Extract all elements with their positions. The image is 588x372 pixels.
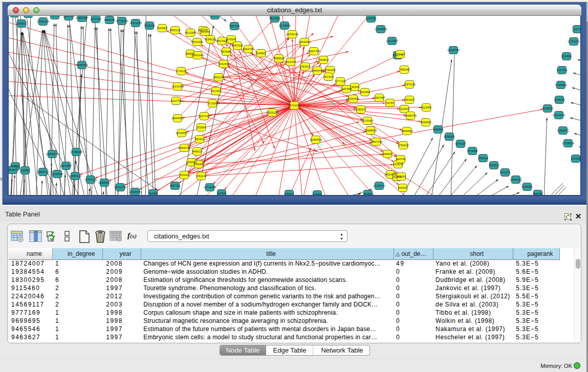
svg-text:8322037: 8322037 [286,60,296,63]
svg-text:8454749: 8454749 [243,48,254,51]
svg-text:9245652: 9245652 [522,185,533,188]
svg-text:13218506: 13218506 [278,24,291,27]
svg-text:20364436: 20364436 [347,97,359,100]
svg-text:917006: 917006 [217,192,226,195]
svg-text:7386372: 7386372 [356,108,366,111]
svg-text:16961758: 16961758 [308,50,320,53]
svg-text:12923446: 12923446 [129,190,141,193]
svg-text:17018504: 17018504 [562,142,574,145]
svg-text:7632621: 7632621 [489,164,499,167]
svg-text:7955812: 7955812 [318,58,329,61]
svg-text:16210643: 16210643 [553,114,565,117]
svg-text:7485063: 7485063 [399,68,410,71]
svg-text:773493: 773493 [396,53,405,56]
svg-text:10654112: 10654112 [510,178,522,181]
svg-text:8186328: 8186328 [205,38,216,41]
svg-text:8215958: 8215958 [542,107,553,110]
svg-text:10719185: 10719185 [116,19,128,23]
svg-text:9463627: 9463627 [404,98,415,101]
svg-text:2967608: 2967608 [232,44,243,47]
svg-text:7625402: 7625402 [179,173,190,177]
svg-text:3875685: 3875685 [221,50,232,53]
svg-text:1588520: 1588520 [274,57,285,60]
svg-text:10958107: 10958107 [98,181,111,184]
svg-text:9227342: 9227342 [557,69,568,72]
svg-text:19654923: 19654923 [401,129,413,133]
svg-text:9527505: 9527505 [217,39,228,42]
svg-text:1145194: 1145194 [52,172,63,176]
svg-text:13640910: 13640910 [298,40,311,43]
svg-text:887833: 887833 [195,138,204,141]
svg-text:18300295: 18300295 [266,111,278,114]
svg-text:905254: 905254 [397,175,406,178]
svg-text:1405571: 1405571 [16,22,27,25]
svg-text:12942737: 12942737 [37,170,49,173]
svg-text:806755: 806755 [533,192,542,195]
svg-text:315081: 315081 [11,165,20,168]
svg-text:15716485: 15716485 [204,186,216,189]
svg-text:2718126: 2718126 [176,70,187,73]
svg-text:2935114: 2935114 [478,157,489,160]
svg-text:153594: 153594 [197,126,206,129]
svg-text:27691406: 27691406 [37,20,49,23]
svg-text:10853267: 10853267 [76,16,88,19]
svg-text:2087682: 2087682 [366,17,377,20]
svg-text:9699695: 9699695 [421,121,431,124]
svg-text:18724007: 18724007 [288,104,300,107]
svg-text:9498222: 9498222 [192,150,203,153]
svg-text:9329961: 9329961 [561,55,572,58]
svg-text:12213389: 12213389 [171,85,184,88]
svg-text:12213967: 12213967 [386,39,398,42]
svg-text:1362615: 1362615 [300,65,311,68]
svg-text:19166827: 19166827 [176,132,188,135]
svg-text:2803144: 2803144 [213,76,224,79]
svg-text:1440954: 1440954 [433,128,444,131]
svg-text:8990448: 8990448 [312,69,323,72]
svg-text:391547: 391547 [9,168,17,171]
svg-text:12505135: 12505135 [69,174,81,178]
svg-text:9242848: 9242848 [219,62,229,65]
svg-text:6794028: 6794028 [325,69,336,72]
svg-text:6461469: 6461469 [50,16,60,17]
svg-text:12975115: 12975115 [403,83,416,86]
svg-text:7857224: 7857224 [229,25,240,28]
svg-text:746206: 746206 [350,85,359,89]
svg-text:1083783: 1083783 [63,16,74,18]
svg-text:12093822: 12093822 [555,83,567,86]
svg-text:16762759: 16762759 [114,186,126,189]
svg-text:10325419: 10325419 [286,33,298,36]
svg-text:7663822: 7663822 [157,27,168,30]
svg-text:816058: 816058 [201,30,210,33]
svg-text:962450: 962450 [148,192,158,195]
svg-text:9474444: 9474444 [467,149,478,152]
svg-text:11174: 11174 [574,28,580,31]
svg-text:3427552: 3427552 [211,90,222,93]
svg-text:9777169: 9777169 [335,80,346,83]
svg-text:22420046: 22420046 [191,54,204,57]
svg-text:879648: 879648 [313,193,322,195]
svg-text:10975867: 10975867 [60,164,72,167]
svg-text:3824554: 3824554 [360,91,371,94]
svg-text:15751074: 15751074 [568,40,580,43]
svg-text:9756928: 9756928 [398,144,409,147]
svg-text:16154838: 16154838 [375,28,387,31]
svg-text:8471676: 8471676 [500,171,511,174]
svg-text:20206576: 20206576 [46,152,58,156]
svg-text:29053346: 29053346 [76,63,88,67]
svg-text:1421022: 1421022 [323,75,334,78]
svg-text:18807249: 18807249 [370,140,382,143]
svg-text:1615137: 1615137 [393,163,404,166]
svg-text:924506: 924506 [363,192,373,195]
svg-text:1244415: 1244415 [554,98,565,101]
svg-text:976244: 976244 [285,192,294,195]
svg-text:9657791: 9657791 [170,184,181,187]
svg-text:1115682: 1115682 [20,169,30,172]
svg-text:15720407: 15720407 [361,119,374,122]
svg-text:16671355: 16671355 [129,21,142,25]
svg-text:8813054: 8813054 [270,17,280,20]
svg-text:10046708: 10046708 [178,146,190,149]
svg-text:7515526: 7515526 [144,24,155,27]
svg-text:10607487: 10607487 [373,96,385,99]
svg-text:15692971: 15692971 [557,129,569,132]
svg-text:1527602: 1527602 [91,17,101,20]
